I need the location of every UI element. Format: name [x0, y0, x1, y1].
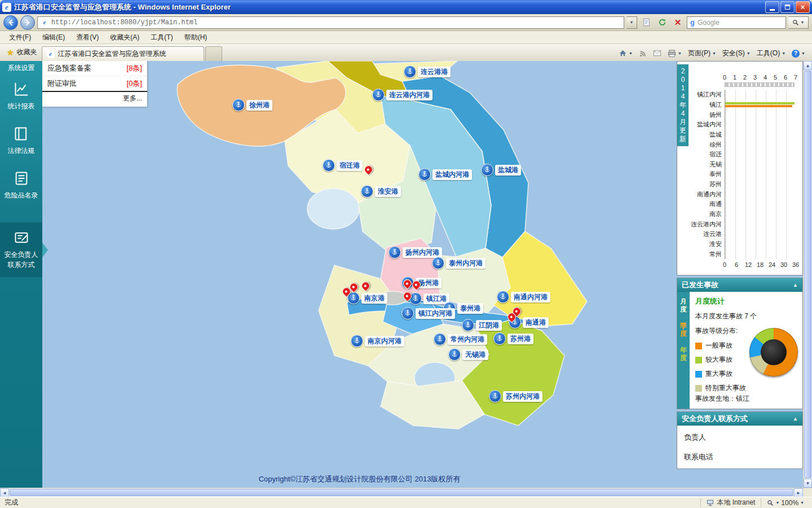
- chevron-down-icon: ▼: [801, 20, 805, 24]
- port-marker[interactable]: 苏州港: [493, 332, 533, 345]
- legend-swatch: [695, 343, 702, 349]
- scroll-up-button[interactable]: ▲: [804, 61, 812, 70]
- chart-category-label: 泰州: [681, 170, 725, 178]
- port-marker[interactable]: 徐州港: [232, 99, 272, 111]
- contact-field-person: 负责人: [684, 432, 796, 443]
- stop-button[interactable]: ✕: [671, 16, 685, 29]
- url-dropdown-button[interactable]: ▼: [626, 16, 637, 29]
- browser-window: e 江苏省港口安全监管与应急管理系统 - Windows Internet Ex…: [0, 0, 812, 508]
- port-marker[interactable]: 无锡港: [448, 348, 488, 361]
- vertical-scroll-thumb[interactable]: [804, 71, 811, 478]
- horizontal-scrollbar[interactable]: ◄ ►: [0, 488, 812, 497]
- port-marker[interactable]: 盐城内河港: [418, 168, 472, 181]
- period-tab[interactable]: 年度: [680, 346, 687, 362]
- favorites-button[interactable]: ★ 收藏夹: [2, 45, 42, 61]
- back-icon: [7, 19, 15, 27]
- emergency-plan-row[interactable]: 应急预案备案 [8条]: [42, 61, 147, 76]
- map-area[interactable]: 应急预案备案 [8条] 附证审批 [0条] 更多... 连云港港连云港内河港徐州…: [42, 61, 803, 488]
- sidebar-item-safety-contacts[interactable]: 安全负责人联系方式: [0, 222, 42, 277]
- search-input[interactable]: g Google: [687, 16, 786, 29]
- tab-active[interactable]: e 江苏省港口安全监管与应急管理系统: [42, 46, 204, 61]
- feeds-button[interactable]: [639, 50, 647, 58]
- url-field[interactable]: e http://localhost:8080/yjpt/Main.html: [37, 16, 624, 29]
- anchor-icon: [323, 159, 335, 172]
- forward-button[interactable]: [20, 15, 35, 30]
- scroll-left-button[interactable]: ◄: [0, 488, 9, 497]
- page-menu-button[interactable]: 页面(P)▼: [688, 49, 716, 58]
- port-label: 泰州内河港: [446, 258, 486, 269]
- tools-menu-button[interactable]: 工具(O)▼: [757, 49, 785, 58]
- menu-item[interactable]: 工具(T): [145, 31, 178, 44]
- line-chart-icon: [14, 81, 29, 97]
- donut-chart: [749, 328, 798, 376]
- tools-menu-label: 工具(O): [757, 49, 780, 58]
- sidebar-item-label: 危险品名录: [4, 190, 39, 200]
- port-marker[interactable]: 苏州内河港: [489, 390, 542, 402]
- certificate-approval-row[interactable]: 附证审批 [0条]: [42, 76, 147, 92]
- chart-bottom-axis: 061218243036: [725, 261, 795, 268]
- scroll-down-button[interactable]: ▼: [804, 479, 812, 488]
- zoom-control[interactable]: ▼ 100% ▼: [761, 498, 810, 507]
- chart-row: 扬州: [681, 110, 795, 120]
- help-icon: ?: [792, 50, 800, 58]
- port-marker[interactable]: 南京内河港: [351, 335, 404, 347]
- port-marker[interactable]: 南京港: [347, 292, 387, 304]
- sidebar-item-dangerous-goods[interactable]: 危险品名录: [0, 163, 42, 208]
- refresh-button[interactable]: [655, 16, 669, 29]
- chart-row: 连云港内河: [681, 219, 795, 229]
- menu-item[interactable]: 帮助(H): [179, 31, 213, 44]
- port-marker[interactable]: 淮安港: [361, 185, 401, 198]
- port-marker[interactable]: 连云港内河港: [372, 89, 433, 101]
- mail-button[interactable]: [653, 50, 661, 57]
- new-tab-stub[interactable]: [205, 46, 222, 61]
- port-label: 南京内河港: [365, 336, 404, 347]
- period-tab[interactable]: 季度: [680, 322, 687, 338]
- restore-button[interactable]: [780, 1, 795, 13]
- back-button[interactable]: [3, 15, 18, 30]
- printer-icon: [668, 49, 676, 58]
- horizontal-scroll-thumb[interactable]: [10, 489, 793, 496]
- tick-label: 18: [757, 261, 764, 268]
- port-marker[interactable]: 宿迁港: [323, 159, 363, 172]
- contacts-panel-header[interactable]: 安全负责人联系方式 ▲: [677, 412, 802, 426]
- legend-row: 较大事故: [695, 355, 754, 365]
- collapse-icon[interactable]: ▲: [793, 282, 798, 288]
- chart-row: 镇江: [681, 100, 795, 110]
- sidebar-item-statistics[interactable]: 统计报表: [0, 74, 42, 119]
- vertical-scrollbar[interactable]: ▲ ▼: [803, 61, 812, 488]
- port-marker[interactable]: 盐城港: [481, 164, 521, 176]
- port-marker[interactable]: 常州内河港: [434, 333, 487, 345]
- anchor-icon: [462, 319, 474, 331]
- close-button[interactable]: ×: [796, 1, 810, 13]
- accidents-panel-header[interactable]: 已发生事故 ▲: [677, 278, 802, 292]
- port-marker[interactable]: 泰州内河港: [432, 257, 486, 269]
- period-tab[interactable]: 月度: [680, 297, 687, 313]
- chevron-down-icon: ▼: [712, 51, 716, 55]
- port-label: 南通内河港: [511, 292, 550, 303]
- help-button[interactable]: ?▼: [792, 50, 805, 58]
- more-link[interactable]: 更多...: [42, 92, 147, 107]
- chart-grid-cell: [725, 239, 795, 249]
- collapse-icon[interactable]: ▲: [793, 416, 798, 422]
- menu-item[interactable]: 查看(V): [70, 31, 104, 44]
- port-marker[interactable]: 江阴港: [462, 319, 502, 331]
- scroll-right-button[interactable]: ►: [794, 488, 803, 497]
- port-marker[interactable]: 连云港港: [404, 65, 451, 78]
- print-button[interactable]: ▼: [668, 49, 682, 58]
- menu-item[interactable]: 收藏夹(A): [104, 31, 145, 44]
- chevron-down-icon: ▼: [630, 20, 634, 24]
- search-button[interactable]: ▼: [788, 16, 809, 29]
- port-label: 连云港港: [418, 67, 451, 77]
- accident-legend: 一般事故较大事故重大事故特别重大事故: [695, 341, 754, 393]
- home-button[interactable]: ▼: [619, 49, 633, 58]
- safety-menu-button[interactable]: 安全(S)▼: [722, 49, 751, 58]
- port-marker[interactable]: 南通内河港: [497, 291, 550, 303]
- sidebar-item-system-settings[interactable]: 系统设置: [0, 61, 42, 74]
- menu-item[interactable]: 编辑(E): [37, 31, 70, 44]
- accidents-content: 月度统计 本月度发生事故 7 个 事故等级分布: 一般事故较大事故重大事故特别重…: [690, 292, 802, 409]
- minimize-button[interactable]: [765, 1, 779, 13]
- compatibility-button[interactable]: [639, 16, 653, 29]
- port-marker[interactable]: 镇江内河港: [401, 307, 455, 319]
- sidebar-item-laws[interactable]: 法律法规: [0, 119, 42, 163]
- menu-item[interactable]: 文件(F): [3, 31, 37, 44]
